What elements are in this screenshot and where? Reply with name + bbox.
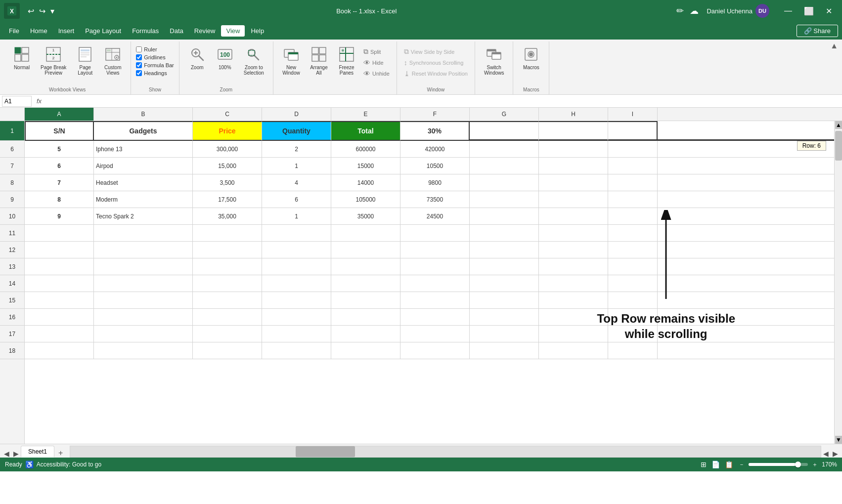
redo-button[interactable]: ↪ [37, 5, 47, 17]
cell-F15[interactable] [400, 292, 470, 309]
cell-B1[interactable]: Gadgets [94, 121, 193, 141]
gridlines-checkbox-label[interactable]: Gridlines [136, 54, 174, 60]
menu-data[interactable]: Data [165, 25, 188, 37]
row-number-11[interactable]: 11 [0, 225, 24, 242]
row-number-8[interactable]: 8 [0, 174, 24, 191]
menu-view[interactable]: View [221, 25, 245, 37]
cell-I9[interactable] [608, 191, 658, 208]
cell-H15[interactable] [539, 292, 608, 309]
row-number-15[interactable]: 15 [0, 292, 24, 309]
cell-G18[interactable] [470, 342, 539, 359]
sheet-scroll-area[interactable] [70, 446, 821, 458]
cell-D1[interactable]: Quantity [262, 121, 331, 141]
cell-E11[interactable] [331, 225, 400, 242]
row-number-9[interactable]: 9 [0, 191, 24, 208]
sync-scroll-button[interactable]: ↕ Synchronous Scrolling [402, 58, 470, 68]
cell-D17[interactable] [262, 326, 331, 342]
name-box[interactable]: A1 [2, 96, 32, 107]
cell-A11[interactable] [25, 225, 94, 242]
menu-page-layout[interactable]: Page Layout [80, 25, 126, 37]
cell-H11[interactable] [539, 225, 608, 242]
cell-F8[interactable]: 9800 [400, 174, 470, 191]
cell-D11[interactable] [262, 225, 331, 242]
cell-I10[interactable] [608, 208, 658, 225]
cell-C17[interactable] [193, 326, 262, 342]
cell-F16[interactable] [400, 309, 470, 326]
cell-G7[interactable] [470, 158, 539, 174]
cell-A12[interactable] [25, 242, 94, 258]
col-header-E[interactable]: E [331, 108, 400, 121]
cell-B18[interactable] [94, 342, 193, 359]
col-header-H[interactable]: H [539, 108, 608, 121]
cell-D12[interactable] [262, 242, 331, 258]
formula-bar-checkbox[interactable] [136, 62, 142, 68]
scroll-up-button[interactable]: ▲ [835, 121, 842, 129]
col-header-A[interactable]: A [25, 108, 94, 121]
cell-F13[interactable] [400, 258, 470, 275]
cell-A14[interactable] [25, 275, 94, 292]
custom-views-button[interactable]: CustomViews [100, 44, 126, 78]
cell-H9[interactable] [539, 191, 608, 208]
cell-C7[interactable]: 15,000 [193, 158, 262, 174]
cell-I7[interactable] [608, 158, 658, 174]
cell-C13[interactable] [193, 258, 262, 275]
cell-A8[interactable]: 7 [25, 174, 94, 191]
cell-A10[interactable]: 9 [25, 208, 94, 225]
cell-I13[interactable] [608, 258, 658, 275]
cell-D16[interactable] [262, 309, 331, 326]
cell-F10[interactable]: 24500 [400, 208, 470, 225]
cell-H16[interactable] [539, 309, 608, 326]
customize-button[interactable]: ▾ [48, 5, 56, 17]
view-side-by-side-button[interactable]: ⧉ View Side by Side [402, 46, 470, 57]
cell-C11[interactable] [193, 225, 262, 242]
cell-I14[interactable] [608, 275, 658, 292]
sheet-scroll-left[interactable]: ◀ [2, 450, 11, 458]
cell-G17[interactable] [470, 326, 539, 342]
col-header-D[interactable]: D [262, 108, 331, 121]
page-layout-status-btn[interactable]: 📄 [710, 460, 721, 469]
cell-H6[interactable] [539, 141, 608, 158]
cell-I8[interactable] [608, 174, 658, 191]
cell-F9[interactable]: 73500 [400, 191, 470, 208]
cell-I17[interactable] [608, 326, 658, 342]
cell-H1[interactable] [539, 121, 608, 141]
cell-G15[interactable] [470, 292, 539, 309]
row-number-14[interactable]: 14 [0, 275, 24, 292]
cell-F18[interactable] [400, 342, 470, 359]
formula-input[interactable] [46, 98, 840, 105]
row-number-12[interactable]: 12 [0, 242, 24, 258]
cell-D13[interactable] [262, 258, 331, 275]
cell-G14[interactable] [470, 275, 539, 292]
sheet-h-scroll-right[interactable]: ▶ [831, 450, 840, 458]
cell-A15[interactable] [25, 292, 94, 309]
cell-I18[interactable] [608, 342, 658, 359]
freeze-panes-button[interactable]: ❄ FreezePanes [334, 44, 359, 78]
cell-E7[interactable]: 15000 [331, 158, 400, 174]
cell-E9[interactable]: 105000 [331, 191, 400, 208]
hide-button[interactable]: 👁 Hide [361, 58, 392, 68]
cell-D7[interactable]: 1 [262, 158, 331, 174]
zoom-slider[interactable] [749, 463, 808, 466]
cell-B7[interactable]: Airpod [94, 158, 193, 174]
cell-D10[interactable]: 1 [262, 208, 331, 225]
col-header-C[interactable]: C [193, 108, 262, 121]
cell-E1[interactable]: Total [331, 121, 400, 141]
cell-I11[interactable] [608, 225, 658, 242]
cell-F17[interactable] [400, 326, 470, 342]
ruler-checkbox[interactable] [136, 46, 142, 52]
cell-A6[interactable]: 5 [25, 141, 94, 158]
ruler-checkbox-label[interactable]: Ruler [136, 46, 174, 52]
zoom-in-button[interactable]: ＋ [812, 461, 818, 469]
cell-H12[interactable] [539, 242, 608, 258]
cell-C1[interactable]: Price [193, 121, 262, 141]
cell-C16[interactable] [193, 309, 262, 326]
cell-A13[interactable] [25, 258, 94, 275]
formula-bar-checkbox-label[interactable]: Formula Bar [136, 62, 174, 68]
macros-button[interactable]: Macros [518, 44, 544, 72]
cell-I1[interactable] [608, 121, 658, 141]
cell-A1[interactable]: S/N [25, 121, 94, 141]
cell-C14[interactable] [193, 275, 262, 292]
cell-F1[interactable]: 30% [400, 121, 470, 141]
normal-view-status-btn[interactable]: ⊞ [699, 460, 708, 469]
sheet-tab-sheet1[interactable]: Sheet1 [21, 446, 54, 458]
